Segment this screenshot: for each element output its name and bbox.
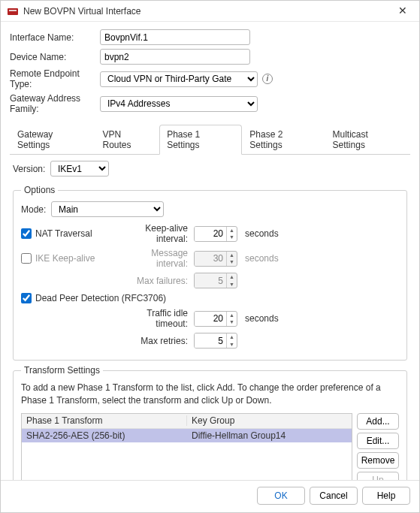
svg-rect-0 [8,8,18,15]
version-select[interactable]: IKEv1 [50,161,109,177]
interface-name-label: Interface Name: [10,32,100,43]
col-keygroup: Key Group [187,415,352,426]
table-row[interactable]: SHA2-256-AES (256-bit) Diffie-Hellman Gr… [22,429,352,442]
idle-label: Traffic idle timeout: [119,308,194,329]
titlebar: New BOVPN Virtual Interface ✕ [1,1,419,22]
chevron-up-icon[interactable]: ▲ [227,227,237,234]
window: New BOVPN Virtual Interface ✕ Interface … [0,0,420,513]
chevron-down-icon: ▼ [227,258,237,266]
close-icon[interactable]: ✕ [392,4,413,19]
window-title: New BOVPN Virtual Interface [23,6,392,17]
ike-keepalive-checkbox[interactable] [21,253,32,264]
svg-rect-1 [9,10,17,11]
nat-traversal-checkbox[interactable] [21,228,32,239]
nat-traversal-label: NAT Traversal [35,228,92,239]
tab-vpn-routes[interactable]: VPN Routes [95,125,160,155]
add-button[interactable]: Add... [357,413,399,430]
transform-list[interactable]: Phase 1 Transform Key Group SHA2-256-AES… [21,413,352,480]
address-family-label: Gateway Address Family: [10,93,100,114]
idle-input[interactable] [195,312,226,326]
endpoint-type-select[interactable]: Cloud VPN or Third-Party Gateway [100,71,258,87]
keepalive-input[interactable] [195,227,226,241]
tab-phase2-settings[interactable]: Phase 2 Settings [242,125,325,155]
idle-unit: seconds [245,313,279,324]
version-label: Version: [13,164,50,174]
chevron-down-icon[interactable]: ▼ [227,318,237,326]
remove-button[interactable]: Remove [357,452,399,469]
app-icon [7,5,19,17]
msg-interval-input [195,252,226,266]
keepalive-label: Keep-alive interval: [119,223,194,244]
retries-input[interactable] [195,333,226,348]
chevron-up-icon: ▲ [227,273,237,281]
edit-button[interactable]: Edit... [357,433,399,449]
tab-phase1-settings[interactable]: Phase 1 Settings [159,125,242,155]
retries-label: Max retries: [119,336,194,346]
help-button[interactable]: Help [362,487,410,505]
mode-select[interactable]: Main [51,201,164,217]
dpd-label: Dead Peer Detection (RFC3706) [35,293,166,303]
msg-interval-label: Message interval: [119,248,194,269]
msg-interval-spinner: ▲▼ [194,251,237,267]
interface-name-input[interactable] [100,29,250,45]
device-name-input[interactable] [100,49,250,65]
cell-keygroup: Diffie-Hellman Group14 [187,430,352,441]
keepalive-unit: seconds [245,228,279,239]
retries-spinner[interactable]: ▲▼ [194,333,237,349]
max-failures-spinner: ▲▼ [194,273,237,288]
transform-legend: Transform Settings [21,365,103,376]
keepalive-spinner[interactable]: ▲▼ [194,226,237,242]
cell-transform: SHA2-256-AES (256-bit) [22,430,187,441]
chevron-up-icon[interactable]: ▲ [227,312,237,319]
device-name-label: Device Name: [10,52,100,62]
dpd-checkbox[interactable] [21,293,32,303]
mode-label: Mode: [21,204,51,215]
options-legend: Options [21,185,58,195]
transform-fieldset: Transform Settings To add a new Phase 1 … [13,365,407,480]
transform-desc: To add a new Phase 1 Transform to the li… [21,382,399,407]
tab-gateway-settings[interactable]: Gateway Settings [10,125,95,155]
tab-multicast-settings[interactable]: Multicast Settings [325,125,410,155]
endpoint-type-label: Remote Endpoint Type: [10,68,100,89]
options-fieldset: Options Mode: Main NAT Traversal Keep-al… [13,185,407,361]
info-icon[interactable]: i [262,74,273,84]
idle-spinner[interactable]: ▲▼ [194,311,237,327]
chevron-up-icon[interactable]: ▲ [227,333,237,341]
address-family-select[interactable]: IPv4 Addresses [100,96,258,112]
max-failures-input [195,273,226,288]
chevron-down-icon: ▼ [227,281,237,288]
chevron-down-icon[interactable]: ▼ [227,341,237,349]
footer: OK Cancel Help [1,480,419,512]
col-transform: Phase 1 Transform [22,415,187,426]
ok-button[interactable]: OK [257,487,305,505]
chevron-up-icon: ▲ [227,252,237,259]
msg-interval-unit: seconds [245,253,279,264]
max-failures-label: Max failures: [119,276,194,286]
tabstrip: Gateway Settings VPN Routes Phase 1 Sett… [10,124,410,155]
cancel-button[interactable]: Cancel [310,487,358,505]
ike-keepalive-label: IKE Keep-alive [35,253,95,264]
up-button: Up [357,472,399,480]
chevron-down-icon[interactable]: ▼ [227,234,237,241]
table-header: Phase 1 Transform Key Group [22,414,352,429]
